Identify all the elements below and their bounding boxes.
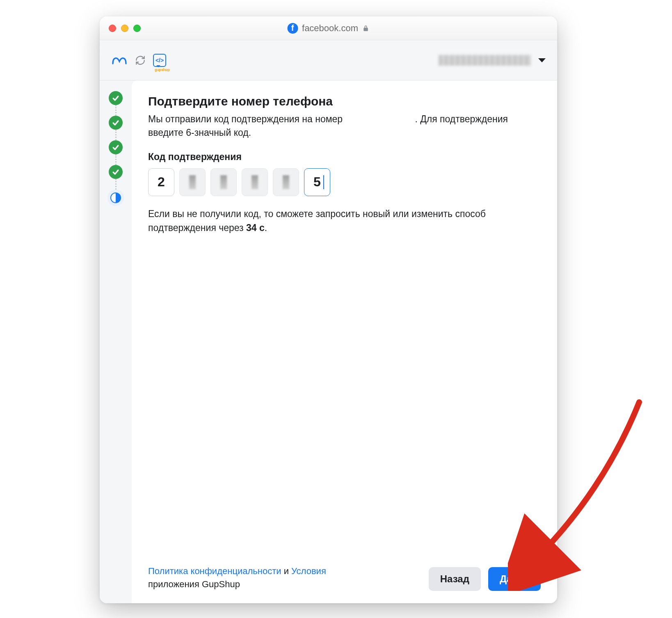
verification-code-label: Код подтверждения <box>148 151 541 163</box>
next-button[interactable]: Далее <box>488 567 541 591</box>
code-digit-3[interactable] <box>210 168 237 196</box>
main-panel: Подтвердите номер телефона Мы отправили … <box>132 80 557 603</box>
gupshup-caption: gupshup <box>155 68 170 72</box>
window-controls <box>100 25 141 32</box>
step-2-complete-icon <box>109 116 123 130</box>
refresh-icon[interactable] <box>135 55 146 66</box>
code-digit-1[interactable]: 2 <box>148 168 174 196</box>
page-title: Подтвердите номер телефона <box>148 94 541 108</box>
account-name-redacted <box>439 55 531 66</box>
countdown-timer: 34 с <box>246 222 265 233</box>
step-4-complete-icon <box>109 165 123 179</box>
app-header: </> gupshup <box>100 40 557 80</box>
browser-window: f facebook.com </> gupshup <box>100 16 557 603</box>
panel-footer: Политика конфиденциальности и Условия пр… <box>148 556 541 591</box>
code-digit-5[interactable] <box>273 168 299 196</box>
address-bar[interactable]: f facebook.com <box>287 23 370 34</box>
gupshup-app-icon[interactable]: </> gupshup <box>153 54 166 67</box>
step-1-complete-icon <box>109 91 123 105</box>
meta-logo-icon[interactable] <box>111 55 128 66</box>
facebook-favicon-icon: f <box>287 23 298 34</box>
back-button[interactable]: Назад <box>429 567 481 591</box>
window-minimize-icon[interactable] <box>121 25 128 32</box>
legal-text: Политика конфиденциальности и Условия пр… <box>148 565 378 591</box>
verification-code-inputs: 2 5 <box>148 168 541 196</box>
page-description: Мы отправили код подтверждения на номер … <box>148 112 541 140</box>
step-3-complete-icon <box>109 140 123 154</box>
code-digit-4[interactable] <box>242 168 268 196</box>
privacy-policy-link[interactable]: Политика конфиденциальности <box>148 566 281 576</box>
terms-link[interactable]: Условия <box>291 566 326 576</box>
window-close-icon[interactable] <box>109 25 116 32</box>
account-menu-chevron-down-icon[interactable] <box>538 58 546 62</box>
titlebar: f facebook.com <box>100 16 557 40</box>
window-zoom-icon[interactable] <box>133 25 141 32</box>
progress-steps <box>100 80 132 603</box>
url-domain: facebook.com <box>302 23 358 34</box>
code-digit-2[interactable] <box>179 168 206 196</box>
content-area: Подтвердите номер телефона Мы отправили … <box>100 80 557 603</box>
resend-hint: Если вы не получили код, то сможете запр… <box>148 207 541 235</box>
lock-icon <box>362 25 370 32</box>
code-digit-6[interactable]: 5 <box>304 168 330 196</box>
step-5-current-icon <box>107 190 124 206</box>
